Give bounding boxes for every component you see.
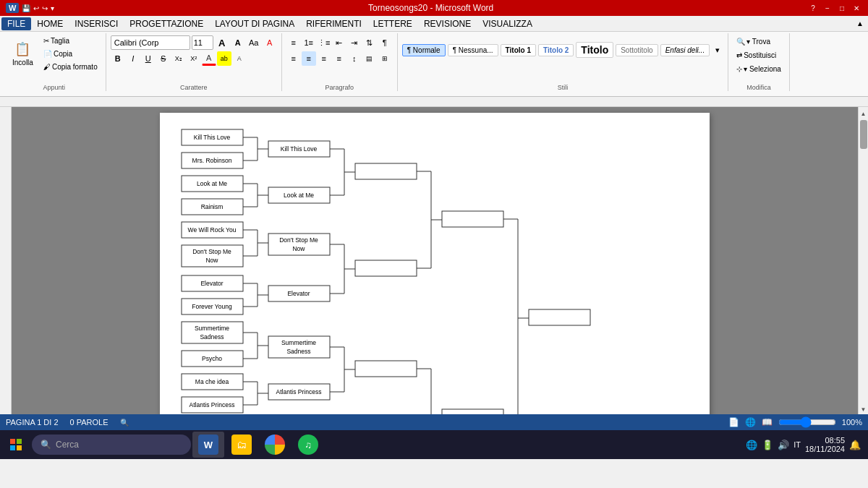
shading-button[interactable]: ▤	[362, 51, 377, 66]
copia-button[interactable]: 📄 Copia	[40, 48, 101, 60]
svg-text:Now: Now	[205, 257, 218, 264]
menu-file[interactable]: FILE	[1, 17, 31, 30]
taglia-button[interactable]: ✂ Taglia	[40, 35, 101, 47]
word-icon: W	[198, 435, 218, 455]
scroll-up-arrow[interactable]: ▲	[859, 108, 869, 119]
menu-lettere[interactable]: LETTERE	[367, 17, 418, 30]
scroll-thumb[interactable]	[860, 120, 867, 149]
quick-redo-icon[interactable]: ↪	[42, 4, 48, 12]
language-indicator: 🔍	[120, 419, 129, 427]
sostituisci-button[interactable]: ⇄ Sostituisci	[733, 49, 785, 61]
view-print-icon[interactable]: 📄	[728, 417, 739, 427]
pilcrow-button[interactable]: ¶	[378, 35, 392, 50]
search-bar[interactable]: 🔍 Cerca	[32, 435, 191, 455]
svg-text:Rainism: Rainism	[201, 203, 224, 210]
style-titolo1[interactable]: Titolo 1	[501, 44, 536, 56]
change-case-button[interactable]: Aa	[247, 35, 261, 50]
menu-visualizza[interactable]: VISUALIZZA	[477, 17, 538, 30]
scroll-down-arrow[interactable]: ▼	[859, 404, 869, 414]
start-button[interactable]	[1, 430, 30, 459]
clear-format-button[interactable]: A	[263, 35, 277, 50]
font-family-input[interactable]	[111, 35, 190, 50]
stili-label: Stili	[402, 82, 723, 91]
style-enfasi[interactable]: Enfasi deli...	[660, 44, 710, 56]
decrease-font-button[interactable]: A	[231, 35, 245, 50]
copia-formato-button[interactable]: 🖌 Copia formato	[40, 61, 101, 73]
style-nessuna[interactable]: ¶ Nessuna...	[448, 44, 498, 56]
font-size-input[interactable]	[192, 35, 213, 50]
taskbar-spotify-app[interactable]: ♫	[292, 432, 324, 458]
style-titolo2[interactable]: Titolo 2	[538, 44, 574, 56]
styles-more-button[interactable]: ▾	[712, 35, 723, 64]
style-titolo[interactable]: Titolo	[576, 42, 613, 58]
svg-text:Summertime: Summertime	[195, 325, 229, 332]
svg-rect-114	[442, 211, 503, 227]
title-bar: W 💾 ↩ ↪ ▾ Torneosongs20 - Microsoft Word…	[0, 0, 868, 16]
vertical-scrollbar[interactable]: ▲ ▼	[858, 107, 868, 414]
menu-inserisci[interactable]: INSERISCI	[69, 17, 124, 30]
quick-undo-icon[interactable]: ↩	[33, 4, 39, 12]
status-bar: PAGINA 1 DI 2 0 PAROLE 🔍 📄 🌐 📖 100%	[0, 414, 868, 430]
line-spacing-button[interactable]: ↕	[347, 51, 362, 66]
minimize-button[interactable]: −	[822, 2, 833, 14]
view-web-icon[interactable]: 🌐	[745, 417, 756, 427]
justify-button[interactable]: ≡	[332, 51, 346, 66]
borders-button[interactable]: ⊞	[378, 51, 392, 66]
svg-rect-115	[442, 409, 503, 414]
subscript-button[interactable]: X₂	[171, 51, 186, 66]
menu-revisione[interactable]: REVISIONE	[418, 17, 477, 30]
view-read-icon[interactable]: 📖	[762, 417, 773, 427]
svg-text:We Will Rock You: We Will Rock You	[188, 226, 237, 234]
list-multi-button[interactable]: ⋮≡	[317, 35, 331, 50]
align-center-button[interactable]: ≡	[302, 51, 316, 66]
svg-text:Ma che idea: Ma che idea	[195, 378, 229, 385]
strikethrough-button[interactable]: S	[156, 51, 171, 66]
group-modifica: 🔍 ▾ Trova ⇄ Sostituisci ⊹ ▾ Seleziona Mo…	[728, 33, 790, 91]
bold-button[interactable]: B	[111, 51, 125, 66]
taskbar-battery-icon[interactable]: 🔋	[762, 440, 773, 450]
svg-text:Now: Now	[292, 245, 305, 252]
align-left-button[interactable]: ≡	[286, 51, 301, 66]
taskbar-word-app[interactable]: W	[192, 432, 224, 458]
menu-home[interactable]: HOME	[31, 17, 69, 30]
svg-text:Kill This Love: Kill This Love	[194, 134, 231, 141]
svg-text:Summertime: Summertime	[281, 339, 316, 346]
taskbar-date-display: 18/11/2024	[805, 445, 845, 453]
restore-button[interactable]: □	[836, 2, 848, 14]
style-normale[interactable]: ¶ Normale	[402, 44, 446, 56]
indent-decrease-button[interactable]: ⇤	[332, 35, 346, 50]
superscript-button[interactable]: X²	[187, 51, 201, 66]
menu-layout[interactable]: LAYOUT DI PAGINA	[209, 17, 300, 30]
trova-button[interactable]: 🔍 ▾ Trova	[733, 35, 785, 48]
seleziona-button[interactable]: ⊹ ▾ Seleziona	[733, 63, 785, 75]
help-button[interactable]: ?	[807, 2, 819, 14]
copia-label: Copia	[54, 50, 72, 58]
taskbar-network-icon[interactable]: 🌐	[746, 440, 757, 450]
incolla-button[interactable]: 📋 Incolla	[7, 39, 38, 69]
text-shading-button[interactable]: A	[232, 51, 247, 66]
taskbar-keyboard-icon[interactable]: IT	[793, 440, 801, 449]
underline-button[interactable]: U	[141, 51, 156, 66]
font-color-button[interactable]: A	[202, 51, 216, 66]
increase-font-button[interactable]: A	[215, 35, 229, 50]
taskbar-files-app[interactable]: 🗂	[226, 432, 258, 458]
close-button[interactable]: ✕	[851, 2, 862, 14]
list-number-button[interactable]: 1≡	[302, 35, 316, 50]
taskbar-chrome-app[interactable]	[259, 432, 291, 458]
align-right-button[interactable]: ≡	[317, 51, 331, 66]
list-bullet-button[interactable]: ≡	[286, 35, 301, 50]
style-sottotitolo[interactable]: Sottotitolo	[616, 44, 658, 56]
appunti-label: Appunti	[7, 82, 101, 91]
ribbon-collapse-icon[interactable]: ▲	[854, 20, 867, 27]
taskbar-sound-icon[interactable]: 🔊	[778, 440, 789, 450]
menu-progettazione[interactable]: PROGETTAZIONE	[124, 17, 209, 30]
highlight-button[interactable]: ab	[217, 51, 231, 66]
indent-increase-button[interactable]: ⇥	[347, 35, 362, 50]
notification-icon[interactable]: 🔔	[849, 440, 861, 450]
svg-rect-102	[355, 163, 417, 179]
zoom-slider[interactable]	[778, 418, 836, 427]
quick-save-icon[interactable]: 💾	[22, 4, 30, 12]
italic-button[interactable]: I	[126, 51, 140, 66]
menu-riferimenti[interactable]: RIFERIMENTI	[300, 17, 367, 30]
sort-button[interactable]: ⇅	[362, 35, 377, 50]
